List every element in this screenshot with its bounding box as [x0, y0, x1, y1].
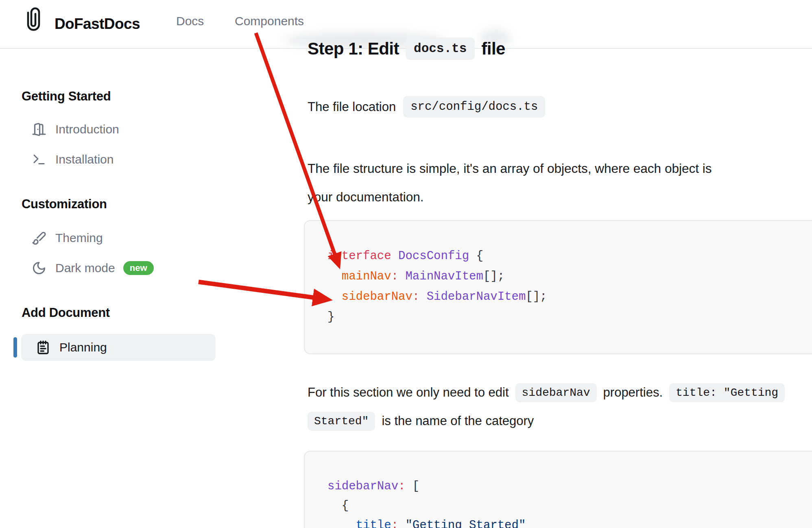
sidebar-item-label: Introduction	[55, 122, 119, 136]
step-heading-text: file	[481, 39, 505, 59]
sidebar-section-title: Customization	[22, 197, 107, 212]
code-line: title: "Getting Started"	[327, 516, 812, 528]
sidebar-item-installation[interactable]: Installation	[22, 147, 114, 172]
notepad-icon	[36, 340, 50, 355]
code-block-sidebarnav-array: sidebarNav: [ { title: "Getting Started"	[304, 451, 812, 528]
sidebar-item-label: Installation	[55, 153, 114, 166]
code-content: sidebarNav: [ { title: "Getting Started"	[305, 452, 812, 528]
door-open-icon	[32, 122, 46, 137]
code-content: interface DocsConfig { mainNav: MainNavI…	[305, 221, 812, 327]
paragraph-line: The file structure is simple, it's an ar…	[308, 161, 712, 176]
code-line: mainNav: MainNavItem[];	[327, 266, 812, 287]
sidebar-item-label: Theming	[55, 231, 103, 245]
paragraph-text: For this section we only need to edit	[308, 385, 509, 400]
code-line: sidebarNav: SidebarNavItem[];	[327, 287, 812, 307]
sidebar-section-title: Getting Started	[22, 89, 111, 104]
sidebar-item-dark-mode[interactable]: Dark modenew	[22, 256, 154, 280]
paperclip-logo-icon[interactable]	[26, 7, 42, 34]
paragraph-line: your documentation.	[308, 190, 423, 205]
sidebar-item-theming[interactable]: Theming	[22, 226, 103, 250]
step-heading-text: Step 1: Edit	[308, 39, 399, 59]
sidebar-item-planning[interactable]: Planning	[21, 334, 216, 361]
brush-icon	[32, 231, 46, 245]
paragraph-line: Started" is the name of the category	[308, 409, 534, 433]
paragraph-text: is the name of the category	[382, 414, 534, 428]
sidebar-item-introduction[interactable]: Introduction	[22, 117, 119, 142]
sidebar-item-label: Dark mode	[55, 261, 115, 275]
brand-title[interactable]: DoFastDocs	[55, 10, 140, 38]
code-line: sidebarNav: [	[327, 477, 812, 496]
file-location-line: The file location src/config/docs.ts	[308, 96, 545, 118]
inline-code-sidebarnav: sidebarNav	[515, 383, 597, 402]
code-line: }	[327, 307, 812, 327]
inline-code-started: Started"	[308, 412, 375, 431]
file-location-text: The file location	[308, 100, 396, 114]
new-badge: new	[123, 261, 154, 275]
nav-link-components[interactable]: Components	[235, 10, 304, 33]
nav-link-docs[interactable]: Docs	[176, 10, 204, 33]
inline-code-file-path: src/config/docs.ts	[403, 96, 545, 118]
inline-code-docs-ts: docs.ts	[406, 37, 475, 60]
terminal-icon	[32, 152, 46, 167]
code-line: interface DocsConfig {	[327, 246, 812, 266]
paragraph-line: For this section we only need to edit si…	[308, 381, 791, 404]
paragraph-text: properties.	[603, 385, 663, 400]
active-item-indicator	[13, 337, 17, 358]
code-line: {	[327, 496, 812, 516]
code-block-docsconfig-interface: interface DocsConfig { mainNav: MainNavI…	[304, 220, 812, 354]
sidebar: Getting StartedIntroductionInstallationC…	[0, 49, 285, 528]
sidebar-section-title: Add Document	[22, 305, 110, 320]
moon-icon	[32, 261, 46, 275]
sidebar-item-label: Planning	[59, 340, 107, 354]
step-heading: Step 1: Edit docs.ts file	[308, 37, 505, 60]
inline-code-title-getting: title: "Getting	[669, 383, 785, 402]
